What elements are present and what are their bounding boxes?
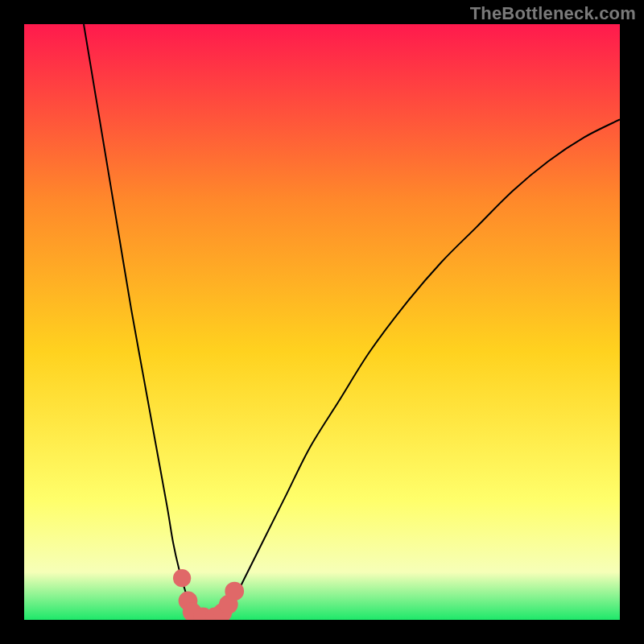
watermark-text: TheBottleneck.com bbox=[470, 3, 636, 24]
chart-frame: TheBottleneck.com bbox=[0, 0, 644, 644]
curve-marker bbox=[173, 569, 191, 587]
curve-markers bbox=[173, 569, 244, 620]
curve-layer bbox=[24, 24, 620, 620]
curve-marker bbox=[225, 582, 244, 601]
plot-area bbox=[24, 24, 620, 620]
bottleneck-curve bbox=[84, 24, 620, 617]
